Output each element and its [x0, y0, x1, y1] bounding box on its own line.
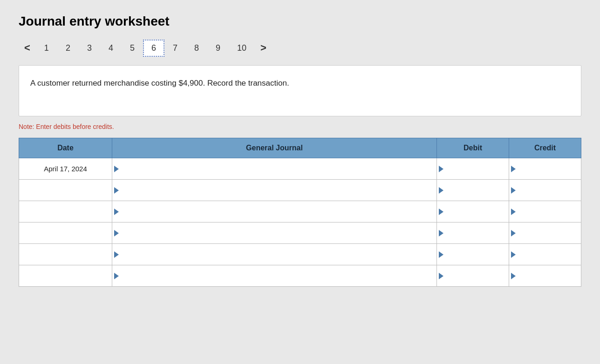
input-credit-5[interactable]	[516, 265, 581, 286]
prev-arrow[interactable]: <	[19, 38, 36, 58]
cell-credit-2[interactable]	[509, 201, 581, 222]
cell-credit-3[interactable]	[509, 222, 581, 244]
page-1[interactable]: 1	[36, 40, 57, 57]
page-title: Journal entry worksheet	[19, 14, 581, 29]
arrow-credit-2	[511, 209, 516, 215]
arrow-journal-5	[114, 273, 119, 279]
note-text: Note: Enter debits before credits.	[19, 123, 581, 130]
cell-date-4	[19, 244, 112, 265]
arrow-journal-2	[114, 209, 119, 215]
arrow-debit-3	[439, 230, 443, 236]
cell-date-2	[19, 201, 112, 222]
input-journal-2[interactable]	[121, 201, 436, 222]
input-journal-0[interactable]	[121, 158, 436, 179]
arrow-debit-0	[439, 166, 443, 172]
cell-date-3	[19, 222, 112, 244]
input-credit-3[interactable]	[516, 222, 581, 243]
header-credit: Credit	[509, 138, 581, 158]
input-debit-2[interactable]	[443, 201, 509, 222]
table-row	[19, 180, 581, 201]
cell-journal-0[interactable]	[112, 158, 437, 180]
page-9[interactable]: 9	[207, 40, 229, 57]
page-10[interactable]: 10	[229, 40, 255, 57]
cell-credit-4[interactable]	[509, 244, 581, 265]
cell-journal-5[interactable]	[112, 265, 437, 287]
page-5[interactable]: 5	[122, 40, 143, 57]
cell-debit-4[interactable]	[437, 244, 509, 265]
input-debit-0[interactable]	[443, 158, 509, 179]
arrow-debit-5	[439, 273, 443, 279]
input-debit-4[interactable]	[443, 244, 509, 265]
cell-debit-3[interactable]	[437, 222, 509, 244]
next-arrow[interactable]: >	[255, 38, 272, 58]
header-journal: General Journal	[112, 138, 437, 158]
page-2[interactable]: 2	[57, 40, 79, 57]
input-credit-2[interactable]	[516, 201, 581, 222]
cell-credit-5[interactable]	[509, 265, 581, 287]
journal-table: Date General Journal Debit Credit April …	[19, 138, 581, 287]
header-date: Date	[19, 138, 112, 158]
table-row	[19, 201, 581, 222]
cell-date-0: April 17, 2024	[19, 158, 112, 180]
arrow-credit-5	[511, 273, 516, 279]
arrow-debit-2	[439, 209, 443, 215]
table-row	[19, 244, 581, 265]
description-box: A customer returned merchandise costing …	[19, 65, 581, 116]
input-journal-1[interactable]	[121, 180, 436, 201]
header-debit: Debit	[437, 138, 509, 158]
input-journal-3[interactable]	[121, 222, 436, 243]
input-journal-4[interactable]	[121, 244, 436, 265]
cell-journal-3[interactable]	[112, 222, 437, 244]
page-6-active[interactable]: 6	[143, 40, 164, 57]
table-row	[19, 222, 581, 244]
arrow-credit-1	[511, 187, 516, 194]
input-debit-5[interactable]	[443, 265, 509, 286]
cell-journal-1[interactable]	[112, 180, 437, 201]
arrow-debit-1	[439, 187, 443, 194]
arrow-debit-4	[439, 251, 443, 258]
arrow-credit-3	[511, 230, 516, 236]
input-debit-3[interactable]	[443, 222, 509, 243]
page-3[interactable]: 3	[79, 40, 100, 57]
input-credit-4[interactable]	[516, 244, 581, 265]
input-debit-1[interactable]	[443, 180, 509, 201]
input-credit-1[interactable]	[516, 180, 581, 201]
arrow-credit-0	[511, 166, 516, 172]
cell-debit-0[interactable]	[437, 158, 509, 180]
input-credit-0[interactable]	[516, 158, 581, 179]
arrow-journal-3	[114, 230, 119, 236]
page-8[interactable]: 8	[186, 40, 207, 57]
cell-debit-2[interactable]	[437, 201, 509, 222]
table-row	[19, 265, 581, 287]
cell-debit-5[interactable]	[437, 265, 509, 287]
cell-journal-4[interactable]	[112, 244, 437, 265]
page-7[interactable]: 7	[164, 40, 186, 57]
cell-date-5	[19, 265, 112, 287]
arrow-journal-1	[114, 187, 119, 194]
description-text: A customer returned merchandise costing …	[30, 79, 570, 88]
input-journal-5[interactable]	[121, 265, 436, 286]
cell-date-1	[19, 180, 112, 201]
pagination: < 1 2 3 4 5 6 7 8 9 10 >	[19, 38, 581, 58]
cell-debit-1[interactable]	[437, 180, 509, 201]
arrow-journal-0	[114, 166, 119, 172]
arrow-journal-4	[114, 251, 119, 258]
cell-journal-2[interactable]	[112, 201, 437, 222]
page-4[interactable]: 4	[100, 40, 122, 57]
cell-credit-1[interactable]	[509, 180, 581, 201]
cell-credit-0[interactable]	[509, 158, 581, 180]
table-row: April 17, 2024	[19, 158, 581, 180]
arrow-credit-4	[511, 251, 516, 258]
